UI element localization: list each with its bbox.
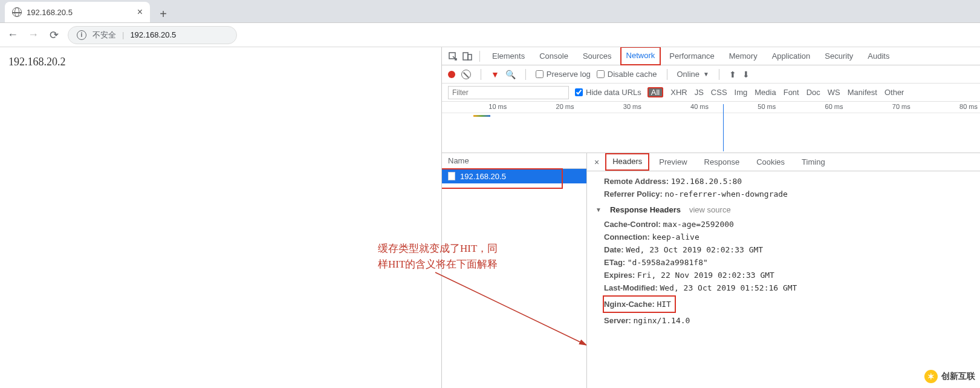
network-filter-bar: Hide data URLs All XHR JS CSS Img Media … — [442, 84, 980, 102]
download-har-icon[interactable]: ⬇ — [742, 70, 750, 79]
filter-icon[interactable]: ▼ — [491, 70, 499, 79]
network-toolbar: ▼ 🔍 Preserve log Disable cache Online▼ ⬆… — [442, 65, 980, 84]
tab-audits[interactable]: Audits — [862, 47, 895, 65]
filter-type-media[interactable]: Media — [754, 88, 776, 97]
filter-type-font[interactable]: Font — [784, 88, 799, 97]
detail-tab-headers[interactable]: Headers — [605, 153, 649, 171]
filter-type-xhr[interactable]: XHR — [670, 88, 687, 97]
inspect-icon[interactable] — [447, 50, 459, 62]
filter-type-manifest[interactable]: Manifest — [848, 88, 877, 97]
record-icon[interactable] — [448, 71, 455, 78]
watermark-logo-icon: ✶ — [924, 370, 938, 383]
detail-tabs: × Headers Preview Response Cookies Timin… — [587, 153, 980, 171]
address-bar: ← → ⟳ i 不安全 | 192.168.20.5 — [0, 23, 980, 47]
new-tab-button[interactable]: + — [155, 5, 172, 22]
separator: | — [122, 30, 124, 39]
tab-performance[interactable]: Performance — [663, 47, 720, 65]
url-text: 192.168.20.5 — [130, 30, 176, 39]
close-detail-icon[interactable]: × — [591, 157, 603, 167]
watermark: ✶ 创新互联 — [924, 370, 975, 383]
filter-type-all[interactable]: All — [647, 87, 663, 97]
filter-type-js[interactable]: JS — [695, 88, 704, 97]
devtools-panel: Elements Console Sources Network Perform… — [441, 47, 980, 388]
detail-tab-response[interactable]: Response — [697, 154, 747, 170]
timeline-load-marker — [723, 104, 724, 151]
filter-type-other[interactable]: Other — [884, 88, 904, 97]
tab-console[interactable]: Console — [533, 47, 574, 65]
back-button[interactable]: ← — [6, 28, 19, 42]
request-list: Name 192.168.20.5 — [442, 153, 587, 388]
browser-tab-strip: 192.168.20.5 × + — [0, 0, 980, 23]
omnibox[interactable]: i 不安全 | 192.168.20.5 — [68, 26, 237, 44]
detail-tab-preview[interactable]: Preview — [652, 154, 694, 170]
tab-memory[interactable]: Memory — [723, 47, 764, 65]
filter-input[interactable] — [448, 86, 569, 99]
page-text: 192.168.20.2 — [8, 56, 66, 68]
search-icon[interactable]: 🔍 — [505, 70, 516, 79]
filter-type-img[interactable]: Img — [735, 88, 748, 97]
preserve-log-checkbox[interactable]: Preserve log — [536, 70, 591, 79]
disable-cache-checkbox[interactable]: Disable cache — [597, 70, 657, 79]
tab-application[interactable]: Application — [766, 47, 817, 65]
device-toggle-icon[interactable] — [461, 50, 473, 62]
network-timeline[interactable]: 10 ms 20 ms 30 ms 40 ms 50 ms 60 ms 70 m… — [442, 102, 980, 153]
headers-pane[interactable]: Remote Address: 192.168.20.5:80 Referrer… — [587, 171, 980, 388]
devtools-tabs: Elements Console Sources Network Perform… — [442, 47, 980, 65]
hide-data-urls-checkbox[interactable]: Hide data URLs — [575, 88, 641, 97]
column-name[interactable]: Name — [442, 153, 586, 169]
tab-elements[interactable]: Elements — [486, 47, 531, 65]
document-icon — [448, 172, 455, 180]
response-headers-section[interactable]: ▼ Response Headers view source — [595, 200, 980, 218]
request-name: 192.168.20.5 — [460, 172, 506, 181]
tab-security[interactable]: Security — [819, 47, 859, 65]
tab-sources[interactable]: Sources — [577, 47, 618, 65]
highlight-nginx-cache: Nginx-Cache: HIT — [603, 295, 676, 313]
tab-title: 192.168.20.5 — [27, 8, 73, 17]
filter-type-doc[interactable]: Doc — [806, 88, 820, 97]
detail-tab-cookies[interactable]: Cookies — [749, 154, 792, 170]
clear-icon[interactable] — [461, 70, 471, 79]
svg-rect-3 — [468, 54, 472, 60]
svg-rect-2 — [463, 53, 468, 60]
page-content: 192.168.20.2 缓存类型就变成了HIT，同 样HIT的含义将在下面解释 — [0, 47, 441, 388]
upload-har-icon[interactable]: ⬆ — [729, 70, 736, 79]
request-row[interactable]: 192.168.20.5 — [442, 169, 586, 183]
filter-type-ws[interactable]: WS — [828, 88, 840, 97]
timeline-request-bar — [473, 115, 490, 117]
detail-tab-timing[interactable]: Timing — [794, 154, 832, 170]
forward-button[interactable]: → — [27, 28, 40, 42]
request-detail: × Headers Preview Response Cookies Timin… — [587, 153, 980, 388]
tab-network[interactable]: Network — [620, 47, 661, 65]
filter-type-css[interactable]: CSS — [711, 88, 727, 97]
info-icon: i — [77, 30, 86, 40]
globe-icon — [12, 7, 22, 17]
throttle-select[interactable]: Online▼ — [677, 70, 709, 79]
close-tab-icon[interactable]: × — [137, 7, 143, 18]
not-secure-label: 不安全 — [92, 30, 116, 41]
browser-tab[interactable]: 192.168.20.5 × — [5, 2, 150, 22]
reload-button[interactable]: ⟳ — [47, 28, 60, 42]
